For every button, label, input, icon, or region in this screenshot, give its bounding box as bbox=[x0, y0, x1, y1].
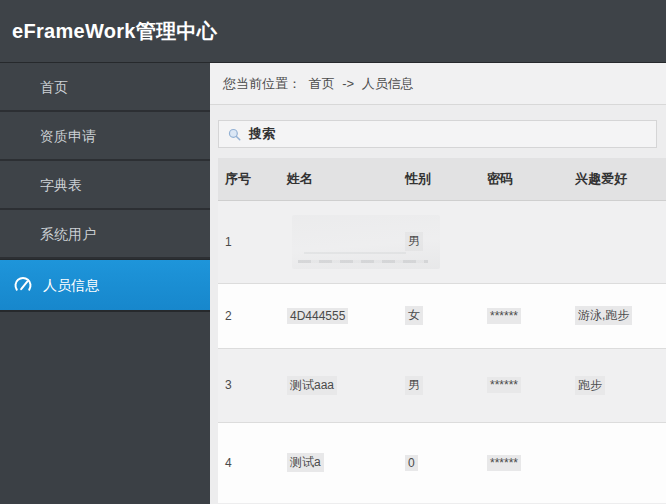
cell-gender: 男 bbox=[398, 348, 480, 422]
sidebar-item-system-users[interactable]: 系统用户 bbox=[0, 210, 210, 259]
faded-watermark-image bbox=[292, 215, 440, 269]
table-header: 序号 姓名 性别 密码 兴趣爱好 bbox=[218, 158, 666, 200]
main-layout: 首页 资质申请 字典表 系统用户 人员信息 您当前位置： 首页 -> 人员信息 bbox=[0, 63, 666, 504]
cell-gender: 0 bbox=[398, 422, 480, 503]
cell-hobby: 游泳,跑步 bbox=[568, 283, 666, 348]
cell-password bbox=[480, 200, 568, 283]
app-header: eFrameWork管理中心 bbox=[0, 0, 666, 63]
gauge-icon bbox=[13, 275, 33, 295]
search-icon bbox=[227, 127, 242, 142]
table-row[interactable]: 4 测试a 0 ****** bbox=[218, 422, 666, 503]
breadcrumb-current: 人员信息 bbox=[362, 76, 414, 91]
content-area: 您当前位置： 首页 -> 人员信息 搜索 序号 姓名 性别 bbox=[210, 63, 666, 504]
breadcrumb: 您当前位置： 首页 -> 人员信息 bbox=[210, 63, 666, 105]
cell-hobby bbox=[568, 422, 666, 503]
cell-index: 4 bbox=[218, 422, 280, 503]
sidebar-item-qualification[interactable]: 资质申请 bbox=[0, 112, 210, 161]
app-title: eFrameWork管理中心 bbox=[12, 18, 217, 45]
cell-name: 测试a bbox=[280, 422, 398, 503]
table-row[interactable]: 2 4D444555 女 ****** 游泳,跑步 bbox=[218, 283, 666, 348]
sidebar-item-personnel[interactable]: 人员信息 bbox=[0, 259, 210, 312]
col-header-password: 密码 bbox=[480, 158, 568, 200]
sidebar-item-dictionary[interactable]: 字典表 bbox=[0, 161, 210, 210]
cell-password: ****** bbox=[480, 348, 568, 422]
table-row[interactable]: 1 男 bbox=[218, 200, 666, 283]
col-header-index: 序号 bbox=[218, 158, 280, 200]
cell-index: 2 bbox=[218, 283, 280, 348]
cell-password: ****** bbox=[480, 422, 568, 503]
sidebar-item-home[interactable]: 首页 bbox=[0, 63, 210, 112]
cell-gender: 女 bbox=[398, 283, 480, 348]
breadcrumb-home-link[interactable]: 首页 bbox=[309, 76, 335, 91]
cell-index: 1 bbox=[218, 200, 280, 283]
cell-index: 3 bbox=[218, 348, 280, 422]
col-header-name: 姓名 bbox=[280, 158, 398, 200]
sidebar-menu: 首页 资质申请 字典表 系统用户 人员信息 bbox=[0, 63, 210, 312]
col-header-hobby: 兴趣爱好 bbox=[568, 158, 666, 200]
col-header-gender: 性别 bbox=[398, 158, 480, 200]
cell-hobby: 跑步 bbox=[568, 348, 666, 422]
cell-hobby bbox=[568, 200, 666, 283]
cell-name bbox=[280, 200, 398, 283]
search-panel-header[interactable]: 搜索 bbox=[218, 120, 657, 148]
cell-name: 4D444555 bbox=[280, 283, 398, 348]
search-label: 搜索 bbox=[249, 125, 275, 143]
breadcrumb-prefix: 您当前位置： bbox=[223, 76, 301, 91]
cell-name: 测试aaa bbox=[280, 348, 398, 422]
breadcrumb-arrow: -> bbox=[342, 76, 354, 91]
sidebar-item-label: 人员信息 bbox=[43, 259, 99, 312]
sidebar: 首页 资质申请 字典表 系统用户 人员信息 bbox=[0, 63, 210, 504]
cell-password: ****** bbox=[480, 283, 568, 348]
personnel-table: 序号 姓名 性别 密码 兴趣爱好 1 男 bbox=[218, 158, 666, 503]
table-row[interactable]: 3 测试aaa 男 ****** 跑步 bbox=[218, 348, 666, 422]
